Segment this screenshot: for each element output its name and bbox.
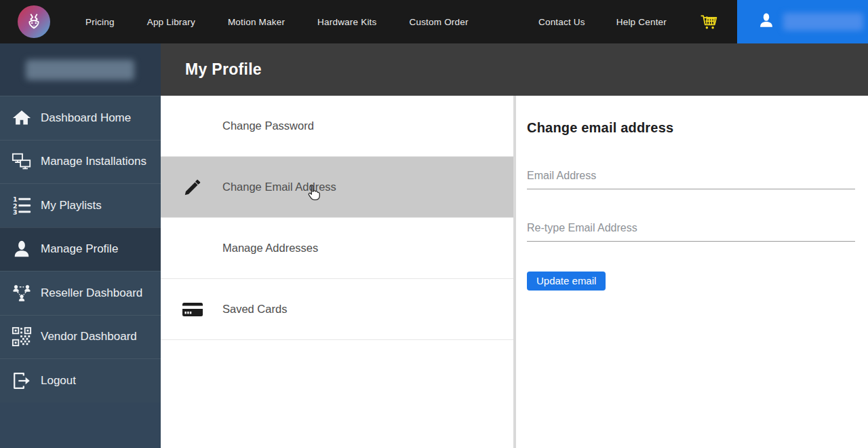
account-button[interactable]	[737, 0, 868, 43]
redacted-username	[26, 60, 134, 80]
update-email-button[interactable]: Update email	[527, 272, 606, 291]
rabbit-logo-icon[interactable]	[18, 5, 50, 38]
nav-link-contact-us[interactable]: Contact Us	[538, 17, 585, 27]
menu-item-label: Change Password	[222, 119, 314, 132]
change-email-form: Change email address Update email	[516, 96, 868, 448]
sidebar-item-dashboard-home[interactable]: Dashboard Home	[0, 96, 161, 140]
sidebar-account-name	[0, 43, 161, 96]
sidebar-item-my-playlists[interactable]: 1 2 3 My Playlists	[0, 183, 161, 227]
reseller-icon	[10, 283, 33, 303]
page-title: My Profile	[185, 60, 262, 79]
installations-icon	[10, 151, 33, 172]
menu-item-label: Saved Cards	[222, 303, 287, 316]
sidebar-item-vendor-dashboard[interactable]: Vendor Dashboard	[0, 315, 161, 359]
sidebar-item-reseller-dashboard[interactable]: Reseller Dashboard	[0, 271, 161, 315]
nav-link-help-center[interactable]: Help Center	[616, 17, 667, 27]
page-header: My Profile	[161, 43, 868, 96]
sidebar-item-manage-profile[interactable]: Manage Profile	[0, 227, 161, 272]
redacted-username	[783, 13, 863, 31]
profile-icon	[10, 239, 33, 259]
nav-links-right: Contact Us Help Center	[538, 17, 667, 27]
sidebar-item-label: Logout	[41, 374, 76, 388]
credit-card-icon	[181, 299, 204, 320]
retype-email-address-field[interactable]	[527, 218, 855, 242]
sidebar-item-manage-installations[interactable]: Manage Installations	[0, 140, 161, 184]
nav-links-left: Pricing App Library Motion Maker Hardwar…	[85, 17, 469, 27]
menu-item-label: Manage Addresses	[222, 242, 318, 255]
logout-icon	[10, 371, 33, 391]
playlists-icon: 1 2 3	[10, 195, 33, 216]
form-title: Change email address	[527, 120, 855, 136]
nav-link-app-library[interactable]: App Library	[147, 17, 195, 27]
home-icon	[10, 108, 33, 128]
menu-item-saved-cards[interactable]: Saved Cards	[161, 279, 513, 340]
sidebar-item-label: My Playlists	[41, 199, 102, 212]
nav-link-custom-order[interactable]: Custom Order	[410, 17, 469, 27]
top-navbar: Pricing App Library Motion Maker Hardwar…	[0, 0, 868, 43]
profile-menu: Change Password Change Email Address Man…	[161, 96, 513, 448]
menu-item-manage-addresses[interactable]: Manage Addresses	[161, 218, 513, 279]
pencil-icon	[181, 177, 204, 198]
sidebar-item-label: Reseller Dashboard	[41, 286, 142, 300]
vendor-icon	[10, 326, 33, 347]
cart-icon[interactable]	[699, 12, 718, 31]
sidebar: Dashboard Home Manage Installations 1 2 …	[0, 43, 161, 448]
sidebar-item-label: Manage Installations	[41, 155, 146, 168]
menu-item-label: Change Email Address	[222, 181, 336, 193]
sidebar-item-logout[interactable]: Logout	[0, 358, 161, 403]
nav-link-hardware-kits[interactable]: Hardware Kits	[317, 17, 376, 27]
sidebar-item-label: Dashboard Home	[41, 111, 131, 125]
menu-item-change-password[interactable]: Change Password	[161, 96, 513, 157]
sidebar-item-label: Vendor Dashboard	[41, 330, 137, 343]
nav-link-motion-maker[interactable]: Motion Maker	[228, 17, 285, 27]
email-address-field[interactable]	[527, 166, 855, 189]
nav-link-pricing[interactable]: Pricing	[85, 17, 115, 27]
sidebar-item-label: Manage Profile	[41, 242, 118, 256]
svg-text:3: 3	[13, 208, 18, 216]
menu-item-change-email-address[interactable]: Change Email Address	[161, 157, 513, 218]
user-icon	[757, 12, 775, 32]
